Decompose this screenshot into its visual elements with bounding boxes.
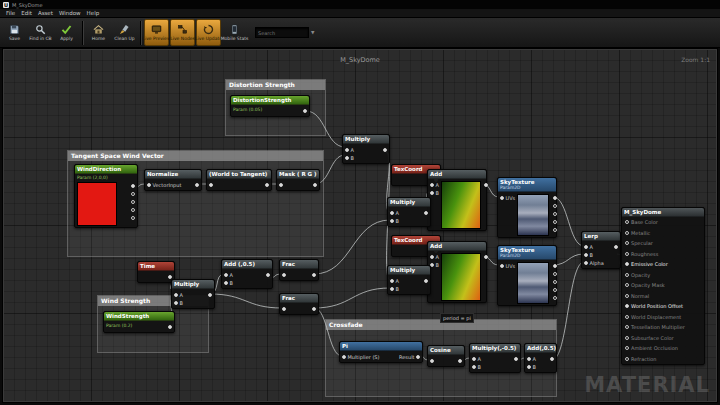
apply-button[interactable]: Apply [54,19,79,46]
input-pin[interactable] [282,307,286,311]
menu-help[interactable]: Help [84,10,103,16]
material-input-pin[interactable] [625,336,629,340]
input-pin[interactable] [390,287,394,291]
input-pin[interactable] [472,365,476,369]
input-pin[interactable] [500,264,504,268]
input-pin[interactable] [209,183,213,187]
clean-up-button[interactable]: Clean Up [112,19,137,46]
output-pin[interactable] [313,183,317,187]
live-update-button[interactable]: Live Update [196,19,221,46]
output-pin[interactable] [195,183,199,187]
input-pin[interactable] [430,191,434,195]
output-pin[interactable] [553,228,557,232]
input-pin[interactable] [147,183,151,187]
input-pin[interactable] [282,273,286,277]
node-material-output[interactable]: M_SkyDomeBase ColorMetallicSpecularRough… [621,207,705,365]
node-time[interactable]: Time [137,261,175,283]
material-input-pin[interactable] [625,304,629,308]
node-add-phase[interactable]: Add (,0.5)AB [221,259,273,289]
node-multiply-pan-1[interactable]: MultiplyAB [387,197,431,227]
input-pin[interactable] [174,301,178,305]
output-pin[interactable] [131,192,135,196]
input-pin[interactable] [224,273,228,277]
node-world-to-tangent[interactable]: (World to Tangent) [206,169,272,191]
node-multiply-time[interactable]: MultiplyAB [171,279,215,309]
output-pin[interactable] [265,183,269,187]
output-pin[interactable] [553,296,557,300]
node-distortionstrength-param[interactable]: DistortionStrengthParam (0.05) [230,95,310,117]
live-preview-button[interactable]: Live Preview [144,19,169,46]
input-pin[interactable] [584,253,588,257]
output-pin[interactable] [614,245,618,249]
menu-edit[interactable]: Edit [18,10,35,16]
output-pin[interactable] [424,279,428,283]
material-input-pin[interactable] [625,357,629,361]
output-pin[interactable] [131,200,135,204]
output-pin[interactable] [553,288,557,292]
output-pin[interactable] [424,211,428,215]
output-pin[interactable] [553,220,557,224]
input-pin[interactable] [472,357,476,361]
output-pin[interactable] [553,204,557,208]
menu-window[interactable]: Window [56,10,84,16]
node-mask-rg[interactable]: Mask ( R G ) [276,169,320,191]
home-button[interactable]: Home [86,19,111,46]
output-pin[interactable] [312,273,316,277]
input-pin[interactable] [584,245,588,249]
material-input-pin[interactable] [625,231,629,235]
input-pin[interactable] [430,359,434,363]
output-pin[interactable] [553,272,557,276]
node-pi-function[interactable]: PiMultiplier (S)Result [339,341,423,363]
input-pin[interactable] [527,365,531,369]
input-pin[interactable] [390,219,394,223]
input-pin[interactable] [224,281,228,285]
node-skytexture-1[interactable]: SkyTextureParam2DUVs [497,177,557,238]
input-pin[interactable] [584,261,588,265]
output-pin[interactable] [303,109,307,113]
mobile-stats-button[interactable]: Mobile Stats [222,19,247,46]
live-nodes-button[interactable]: Live Nodes [170,19,195,46]
node-multiply-distortion[interactable]: MultiplyAB [342,134,390,164]
node-multiply-pan-2[interactable]: MultiplyAB [387,265,431,295]
node-multiply-neg-half[interactable]: Multiply(,-0.5)AB [469,343,521,373]
node-add-uv-2[interactable]: AddAB [427,241,487,303]
node-frac-2[interactable]: Frac [279,293,319,315]
menu-file[interactable]: File [3,10,18,16]
material-input-pin[interactable] [625,262,629,266]
material-input-pin[interactable] [625,220,629,224]
input-pin[interactable] [279,183,283,187]
node-add-uv-1[interactable]: AddAB [427,169,487,231]
input-pin[interactable] [430,183,434,187]
node-frac-1[interactable]: Frac [279,259,319,281]
output-pin[interactable] [553,196,557,200]
output-pin[interactable] [266,273,270,277]
node-lerp[interactable]: LerpABAlpha [581,231,621,269]
material-input-pin[interactable] [625,294,629,298]
output-pin[interactable] [484,255,488,259]
input-pin[interactable] [174,293,178,297]
color-swatch[interactable] [77,182,117,226]
input-pin[interactable] [342,355,346,359]
output-pin[interactable] [383,148,387,152]
input-pin[interactable] [527,357,531,361]
material-input-pin[interactable] [625,325,629,329]
input-pin[interactable] [390,211,394,215]
output-pin[interactable] [168,325,172,329]
output-pin[interactable] [484,183,488,187]
input-pin[interactable] [500,196,504,200]
input-pin[interactable] [430,255,434,259]
material-input-pin[interactable] [625,346,629,350]
material-input-pin[interactable] [625,273,629,277]
input-pin[interactable] [390,279,394,283]
output-pin[interactable] [131,184,135,188]
titlebar[interactable]: U M_SkyDome [0,0,720,9]
node-skytexture-2[interactable]: SkyTextureParam2DUVs [497,245,557,306]
material-input-pin[interactable] [625,252,629,256]
output-pin[interactable] [514,357,518,361]
input-pin[interactable] [345,148,349,152]
material-input-pin[interactable] [625,241,629,245]
menu-asset[interactable]: Asset [35,10,56,16]
material-input-pin[interactable] [625,315,629,319]
output-pin[interactable] [550,357,554,361]
output-pin[interactable] [131,208,135,212]
